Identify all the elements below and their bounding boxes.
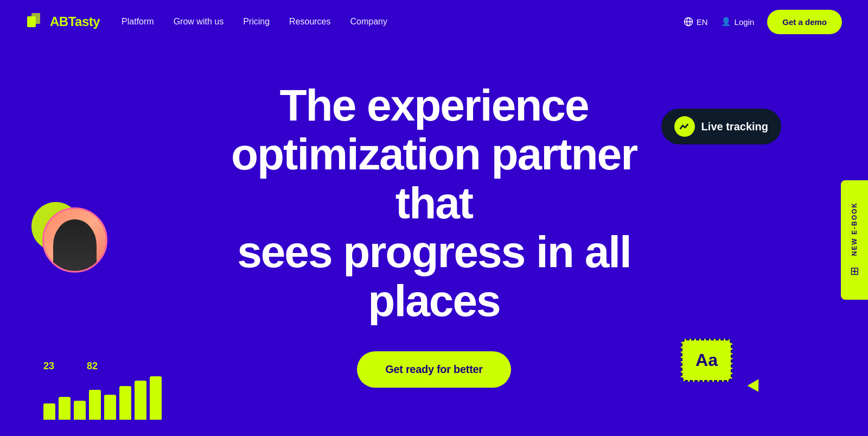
hero-title: The experience optimization partner that…	[190, 81, 678, 326]
chart-bars	[43, 376, 162, 420]
logo-icon	[26, 12, 46, 31]
nav-item-grow[interactable]: Grow with us	[174, 17, 224, 27]
aa-text: Aa	[695, 350, 718, 370]
logo-text: ABTasty	[50, 14, 100, 29]
bar-6	[119, 386, 131, 420]
login-button[interactable]: 👤 Login	[721, 17, 755, 27]
tracking-label: Live tracking	[701, 121, 768, 133]
bar-1	[43, 403, 55, 420]
tracking-icon	[674, 116, 695, 137]
bar-7	[135, 381, 146, 420]
ebook-tab[interactable]: NEW E-BOOK ⊞	[841, 180, 868, 300]
nav-item-platform[interactable]: Platform	[122, 17, 154, 27]
ebook-label: NEW E-BOOK	[851, 202, 858, 256]
globe-icon	[684, 17, 693, 27]
avatar	[42, 207, 107, 273]
nav-right: EN 👤 Login Get a demo	[684, 10, 842, 34]
avatar-silhouette	[53, 219, 97, 271]
chart-labels: 23 82	[43, 361, 162, 372]
nav-item-resources[interactable]: Resources	[289, 17, 330, 27]
nav-item-pricing[interactable]: Pricing	[243, 17, 270, 27]
nav-links: Platform Grow with us Pricing Resources …	[122, 17, 387, 27]
bar-3	[74, 401, 86, 420]
get-demo-button[interactable]: Get a demo	[767, 10, 842, 34]
nav-item-company[interactable]: Company	[350, 17, 387, 27]
bar-4	[89, 390, 101, 420]
person-icon: 👤	[721, 17, 731, 27]
cursor-decoration	[748, 379, 764, 395]
nav-left: ABTasty Platform Grow with us Pricing Re…	[26, 12, 387, 31]
cta-button[interactable]: Get ready for better	[357, 351, 511, 388]
aa-widget: Aa	[681, 339, 732, 382]
ebook-icon: ⊞	[850, 264, 859, 277]
chart-decoration: 23 82	[43, 361, 162, 420]
svg-rect-1	[31, 13, 40, 24]
bar-5	[104, 395, 116, 420]
hero-section: The experience optimization partner that…	[0, 43, 868, 436]
avatar-decoration	[26, 197, 113, 283]
navbar: ABTasty Platform Grow with us Pricing Re…	[0, 0, 868, 43]
bar-8	[150, 376, 162, 420]
logo-link[interactable]: ABTasty	[26, 12, 100, 31]
bar-2	[59, 397, 71, 420]
live-tracking-badge: Live tracking	[661, 109, 781, 144]
language-button[interactable]: EN	[684, 17, 708, 27]
chart-line-icon	[679, 121, 691, 132]
